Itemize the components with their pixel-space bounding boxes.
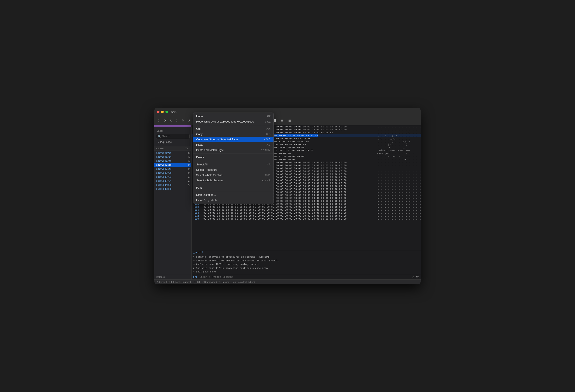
hex-offset: 4236 <box>193 209 202 211</box>
hex-bytes: 00 00 00 00 00 00 00 00 00 00 00 00 00 0… <box>203 209 375 211</box>
hex-row[interactable]: 4290 00 00 00 00 00 00 00 00 00 00 00 00… <box>192 218 421 220</box>
menu-separator <box>193 153 273 154</box>
hex-ascii: ....................4........... <box>377 158 419 161</box>
sidebar-row[interactable]: 0x100003f80 P <box>154 171 191 175</box>
hex-ascii: ................................ <box>377 215 419 217</box>
toolbar-p-btn[interactable]: P <box>180 118 185 123</box>
menu-item-label: Select Whole Segment <box>196 179 224 182</box>
menu-separator <box>193 191 273 191</box>
menu-item-label: Copy Hex String of Selected Bytes <box>196 138 239 141</box>
menu-item-label: Paste and Match Style <box>196 148 224 152</box>
toolbar-c2-btn[interactable]: C <box>174 118 179 123</box>
context-menu-item[interactable]: Start Dictation... <box>193 192 273 197</box>
hex-row[interactable]: 4218 00 00 00 00 00 00 00 00 00 00 00 00… <box>192 206 421 209</box>
hex-ascii: .........{........._...... <box>377 146 419 149</box>
menu-item-label: Emoji & Symbols <box>196 198 217 202</box>
hex-ascii: ................................ <box>377 188 419 191</box>
hex-ascii: ................................ <box>377 170 419 173</box>
context-menu-item[interactable]: Emoji & Symbols <box>193 197 273 203</box>
hex-ascii: ................................ <box>377 167 419 170</box>
statusbar: Address 0x100003eeb, Segment __TEXT, _is… <box>154 279 421 284</box>
sidebar-col-type: Ty <box>185 147 190 150</box>
toolbar-c-btn[interactable]: C <box>156 118 161 123</box>
toolbar-d-btn[interactable]: D <box>162 118 168 123</box>
console-history-btn[interactable]: 🗑 <box>416 275 419 279</box>
maximize-button[interactable] <box>166 111 168 113</box>
context-menu-item[interactable]: Select Whole Segment ⌥⇧⌘A <box>193 178 273 183</box>
toolbar-layout4-btn[interactable]: ▥ <box>286 118 293 123</box>
close-button[interactable] <box>157 111 160 113</box>
context-menu-item[interactable]: Cut ⌘X <box>193 126 273 131</box>
hex-ascii: ................................ <box>377 200 419 202</box>
hex-offset: 4218 <box>193 206 202 208</box>
toolbar-layout3-btn[interactable]: ▤ <box>279 118 285 123</box>
context-menu-item[interactable]: Copy ⌘C <box>193 131 273 137</box>
menu-item-label: Font <box>196 186 202 189</box>
sidebar-row[interactable]: 0x100003f9f A <box>154 179 191 183</box>
printf-label: _printf <box>192 250 421 254</box>
console-clear-btn[interactable]: ✕ <box>412 275 415 279</box>
sidebar-row-address: 0x1000003f0 <box>156 159 185 162</box>
context-menu-item[interactable]: Undo ⌘Z <box>193 114 273 119</box>
search-input[interactable] <box>162 135 188 138</box>
console-area: > dataflow analysis of procedures in seg… <box>192 254 421 279</box>
context-menu-item[interactable]: Font › <box>193 185 273 190</box>
toolbar-u-btn[interactable]: U <box>186 118 192 123</box>
hex-row[interactable]: 4236 00 00 00 00 00 00 00 00 00 00 00 00… <box>192 209 421 212</box>
menu-item-label: Paste <box>196 143 203 146</box>
hex-ascii: ................................ <box>377 173 419 176</box>
sidebar-row-type: A <box>185 156 190 158</box>
context-menu-item[interactable]: Redo Write byte at 0x100003edc-0x100003e… <box>193 119 273 124</box>
sidebar: Label 🔍 ▸ Tag Scope Address Ty 0x1000000… <box>154 125 192 279</box>
hex-row[interactable]: 4272 00 00 00 00 00 00 00 00 00 00 00 00… <box>192 215 421 218</box>
hex-ascii: ........|>...........@.... <box>377 143 419 146</box>
menu-separator <box>193 184 273 184</box>
sidebar-row[interactable]: 0x100003ec8 P <box>154 163 191 167</box>
console-input[interactable] <box>200 275 410 278</box>
hex-ascii: .......................C......... <box>377 131 419 134</box>
context-menu[interactable]: Undo ⌘Z Redo Write byte at 0x100003edc-0… <box>193 113 274 204</box>
menu-item-shortcut: ⌘X <box>266 127 270 130</box>
minimize-button[interactable] <box>161 111 164 113</box>
sidebar-row[interactable]: 0x100003efc P <box>154 167 191 171</box>
sidebar-row-address: 0x100003ec8 <box>156 164 185 166</box>
menu-item-label: Select Procedure <box>196 168 217 171</box>
sidebar-row[interactable]: 0x100000364 A <box>154 155 191 159</box>
search-box[interactable]: 🔍 <box>156 134 190 139</box>
menu-item-label: Delete <box>196 156 204 159</box>
context-menu-item[interactable]: Paste ⌘V <box>193 142 273 147</box>
sidebar-row[interactable]: 0x100003f8c A <box>154 175 191 179</box>
sidebar-row-address: 0x100003efc <box>156 168 185 170</box>
sidebar-row[interactable]: 0x100004000 D <box>154 183 191 187</box>
sidebar-rows: 0x100000000 S 0x100000364 A 0x1000003f0 … <box>154 151 191 274</box>
sidebar-row-address: 0x100004000 <box>156 184 185 186</box>
hex-row[interactable]: 4254 00 00 00 00 00 00 00 00 00 00 00 00… <box>192 212 421 215</box>
context-menu-item[interactable]: Select Procedure <box>193 167 273 172</box>
toolbar-a-btn[interactable]: A <box>168 118 173 123</box>
menu-item-shortcut: ⌘Z <box>266 115 270 118</box>
sidebar-row-type: A <box>185 176 190 178</box>
hex-ascii: ...........@.......qj..T.. <box>377 140 419 143</box>
menu-item-shortcut: ⌘A <box>266 163 270 166</box>
hex-ascii: ................................ <box>377 182 419 185</box>
menu-item-shortcut: ⌥⇧⌘A <box>261 179 270 182</box>
hex-bytes: 00 00 00 00 00 00 00 00 00 00 00 00 00 0… <box>203 212 375 214</box>
sidebar-row[interactable]: 0x1000003f0 A <box>154 159 191 163</box>
hex-ascii: ................................ <box>377 206 419 208</box>
hex-ascii: ................................ <box>377 125 419 128</box>
sidebar-row[interactable]: 0x100000000 S <box>154 151 191 155</box>
tag-scope[interactable]: ▸ Tag Scope <box>156 140 190 144</box>
hex-bytes: 00 00 00 00 00 00 00 00 00 00 00 00 00 0… <box>203 215 375 217</box>
traffic-lights <box>157 111 168 113</box>
hex-ascii: ................................ <box>377 197 419 199</box>
hex-ascii: ................................ <box>377 194 419 196</box>
hex-offset: 4272 <box>193 215 202 217</box>
context-menu-item[interactable]: Paste and Match Style ⌥⇧⌘V <box>193 147 273 153</box>
console-line: > dataflow analysis of procedures in seg… <box>193 259 419 263</box>
context-menu-item[interactable]: Select Whole Section ⇧⌘A <box>193 172 273 178</box>
sidebar-row-type: D <box>185 184 190 186</box>
context-menu-item[interactable]: Copy Hex String of Selected Bytes ⌥⌘C <box>193 137 273 142</box>
context-menu-item[interactable]: Delete <box>193 155 273 160</box>
sidebar-row[interactable]: 0x10000c000 <box>154 187 191 191</box>
context-menu-item[interactable]: Select All ⌘A <box>193 162 273 167</box>
